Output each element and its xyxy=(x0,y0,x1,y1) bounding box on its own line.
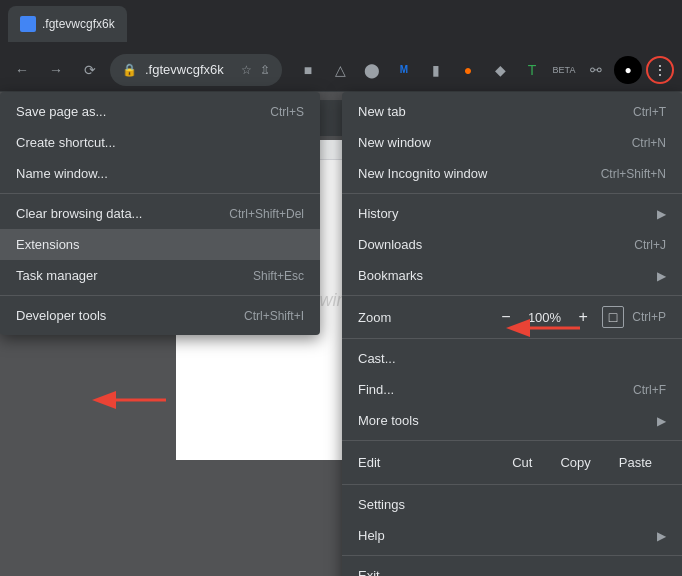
edit-row: Edit Cut Copy Paste xyxy=(342,445,682,480)
history-arrow: ▶ xyxy=(657,207,666,221)
more-tools-arrow: ▶ xyxy=(657,414,666,428)
clear-browsing-label: Clear browsing data... xyxy=(16,206,205,221)
more-tools-item[interactable]: More tools ▶ xyxy=(342,405,682,436)
create-shortcut-item[interactable]: Create shortcut... xyxy=(0,127,320,158)
extension-icon-5[interactable]: ▮ xyxy=(422,56,450,84)
back-button[interactable]: ← xyxy=(8,56,36,84)
settings-red-arrow xyxy=(502,316,582,344)
cast-label: Cast... xyxy=(358,351,666,366)
help-label: Help xyxy=(358,528,649,543)
exit-item[interactable]: Exit xyxy=(342,560,682,576)
tab-title: .fgtevwcgfx6k xyxy=(42,17,115,31)
extension-icon-6[interactable]: ● xyxy=(454,56,482,84)
extension-icon-8[interactable]: T xyxy=(518,56,546,84)
task-manager-label: Task manager xyxy=(16,268,229,283)
extension-icon-2[interactable]: △ xyxy=(326,56,354,84)
extension-icon-4[interactable]: M xyxy=(390,56,418,84)
developer-tools-label: Developer tools xyxy=(16,308,220,323)
paste-button[interactable]: Paste xyxy=(605,451,666,474)
downloads-label: Downloads xyxy=(358,237,610,252)
save-page-item[interactable]: Save page as... Ctrl+S xyxy=(0,96,320,127)
downloads-item[interactable]: Downloads Ctrl+J xyxy=(342,229,682,260)
find-shortcut: Ctrl+F xyxy=(633,383,666,397)
extension-icon-7[interactable]: ◆ xyxy=(486,56,514,84)
toolbar-icons: ■ △ ⬤ M ▮ ● ◆ T BETA ⚯ ● ⋮ xyxy=(294,56,674,84)
left-divider-1 xyxy=(0,193,320,194)
task-manager-shortcut: Shift+Esc xyxy=(253,269,304,283)
clear-browsing-shortcut: Ctrl+Shift+Del xyxy=(229,207,304,221)
right-divider-6 xyxy=(342,555,682,556)
new-tab-item[interactable]: New tab Ctrl+T xyxy=(342,96,682,127)
cast-item[interactable]: Cast... xyxy=(342,343,682,374)
browser-tab-bar: .fgtevwcgfx6k xyxy=(0,0,682,48)
new-incognito-item[interactable]: New Incognito window Ctrl+Shift+N xyxy=(342,158,682,189)
left-context-menu: Save page as... Ctrl+S Create shortcut..… xyxy=(0,92,320,335)
zoom-print-shortcut: Ctrl+P xyxy=(632,310,666,324)
tab-area: .fgtevwcgfx6k xyxy=(8,6,674,42)
extensions-red-arrow xyxy=(88,388,168,416)
share-icon: ⇫ xyxy=(260,63,270,77)
new-window-item[interactable]: New window Ctrl+N xyxy=(342,127,682,158)
profile-icon[interactable]: ● xyxy=(614,56,642,84)
menu-button[interactable]: ⋮ xyxy=(646,56,674,84)
tab-favicon xyxy=(20,16,36,32)
right-divider-2 xyxy=(342,295,682,296)
bookmarks-item[interactable]: Bookmarks ▶ xyxy=(342,260,682,291)
new-window-shortcut: Ctrl+N xyxy=(632,136,666,150)
new-incognito-label: New Incognito window xyxy=(358,166,577,181)
bookmarks-arrow: ▶ xyxy=(657,269,666,283)
history-label: History xyxy=(358,206,649,221)
beta-icon[interactable]: BETA xyxy=(550,56,578,84)
copy-button[interactable]: Copy xyxy=(546,451,604,474)
new-incognito-shortcut: Ctrl+Shift+N xyxy=(601,167,666,181)
right-divider-1 xyxy=(342,193,682,194)
right-divider-4 xyxy=(342,440,682,441)
help-arrow: ▶ xyxy=(657,529,666,543)
settings-label: Settings xyxy=(358,497,666,512)
downloads-shortcut: Ctrl+J xyxy=(634,238,666,252)
zoom-expand[interactable]: □ xyxy=(602,306,624,328)
name-window-label: Name window... xyxy=(16,166,304,181)
task-manager-item[interactable]: Task manager Shift+Esc xyxy=(0,260,320,291)
active-tab[interactable]: .fgtevwcgfx6k xyxy=(8,6,127,42)
new-tab-label: New tab xyxy=(358,104,609,119)
save-page-shortcut: Ctrl+S xyxy=(270,105,304,119)
help-item[interactable]: Help ▶ xyxy=(342,520,682,551)
exit-label: Exit xyxy=(358,568,666,576)
address-bar-row: ← → ⟳ 🔒 .fgtevwcgfx6k ☆ ⇫ ■ △ ⬤ M ▮ ● ◆ … xyxy=(0,48,682,92)
developer-tools-item[interactable]: Developer tools Ctrl+Shift+I xyxy=(0,300,320,331)
extensions-label: Extensions xyxy=(16,237,304,252)
left-divider-2 xyxy=(0,295,320,296)
puzzle-icon[interactable]: ⚯ xyxy=(582,56,610,84)
extension-icon-3[interactable]: ⬤ xyxy=(358,56,386,84)
lock-icon: 🔒 xyxy=(122,63,137,77)
bookmarks-label: Bookmarks xyxy=(358,268,649,283)
right-divider-5 xyxy=(342,484,682,485)
reload-button[interactable]: ⟳ xyxy=(76,56,104,84)
address-box[interactable]: 🔒 .fgtevwcgfx6k ☆ ⇫ xyxy=(110,54,282,86)
new-window-label: New window xyxy=(358,135,608,150)
history-item[interactable]: History ▶ xyxy=(342,198,682,229)
name-window-item[interactable]: Name window... xyxy=(0,158,320,189)
cut-button[interactable]: Cut xyxy=(498,451,546,474)
find-label: Find... xyxy=(358,382,609,397)
edit-label: Edit xyxy=(358,455,498,470)
settings-item[interactable]: Settings xyxy=(342,489,682,520)
more-tools-label: More tools xyxy=(358,413,649,428)
extension-icon-1[interactable]: ■ xyxy=(294,56,322,84)
save-page-label: Save page as... xyxy=(16,104,246,119)
extensions-item[interactable]: Extensions xyxy=(0,229,320,260)
address-text: .fgtevwcgfx6k xyxy=(145,62,233,77)
find-item[interactable]: Find... Ctrl+F xyxy=(342,374,682,405)
clear-browsing-item[interactable]: Clear browsing data... Ctrl+Shift+Del xyxy=(0,198,320,229)
create-shortcut-label: Create shortcut... xyxy=(16,135,304,150)
zoom-label: Zoom xyxy=(358,310,495,325)
developer-tools-shortcut: Ctrl+Shift+I xyxy=(244,309,304,323)
forward-button[interactable]: → xyxy=(42,56,70,84)
new-tab-shortcut: Ctrl+T xyxy=(633,105,666,119)
star-icon: ☆ xyxy=(241,63,252,77)
